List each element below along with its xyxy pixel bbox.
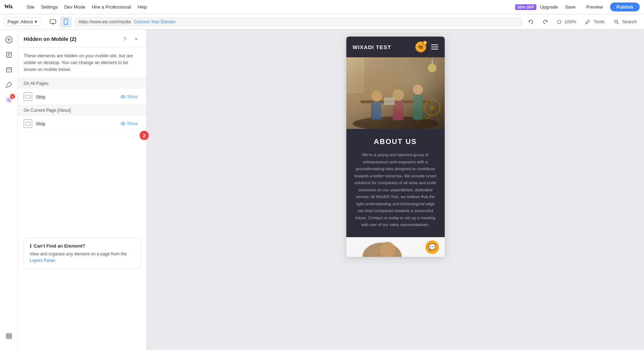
add-element-button[interactable] (2, 33, 16, 47)
top-navigation: Wix Site Settings Dev Mode Hire a Profes… (0, 0, 644, 14)
publish-button[interactable]: Publish (610, 3, 640, 11)
cart-icon: 🛍 0 (415, 42, 426, 52)
strip-left-2: Strip (24, 119, 45, 128)
nav-site[interactable]: Site (26, 4, 34, 10)
section-current-page: On Current Page [About] (18, 105, 146, 116)
upgrade-button[interactable]: Upgrade (540, 4, 558, 10)
address-bar: Page: About ▾ https://www.wix.com/mysite… (0, 14, 644, 29)
svg-text:Wix: Wix (4, 4, 13, 9)
phone-image-overlay (346, 57, 445, 129)
layers-panel-link[interactable]: Layers Panel. (30, 258, 56, 263)
url-text: https://www.wix.com/mysite (79, 19, 131, 24)
canvas-area: WIXADI TEST 🛍 0 (147, 29, 644, 350)
redo-button[interactable] (540, 18, 551, 26)
nav-right-actions: 50% OFF Upgrade Save Preview Publish (515, 3, 640, 11)
save-button[interactable]: Save (561, 3, 579, 11)
cant-find-element-box: ℹ Can't Find an Element? View and organi… (24, 238, 141, 269)
hamburger-line-1 (431, 44, 438, 45)
preview-button[interactable]: Preview (583, 3, 606, 11)
phone-header: WIXADI TEST 🛍 0 (346, 37, 445, 57)
address-right-actions: 100% Tools Search (526, 18, 640, 26)
svg-point-7 (615, 20, 618, 23)
chat-button[interactable]: 💬 (425, 240, 439, 254)
connect-domain-link[interactable]: Connect Your Domain (134, 19, 176, 24)
svg-line-8 (617, 23, 619, 24)
strip-name-2: Strip (36, 121, 45, 126)
strip-icon-2 (24, 119, 32, 128)
svg-rect-21 (6, 334, 11, 335)
cant-find-title: ℹ Can't Find an Element? (30, 243, 135, 249)
help-icon[interactable]: ? (121, 34, 129, 43)
hamburger-line-3 (431, 49, 438, 49)
undo-button[interactable] (526, 18, 536, 26)
nav-settings[interactable]: Settings (41, 4, 58, 10)
panel-header: Hidden on Mobile (2) ? × (18, 29, 146, 48)
hamburger-menu[interactable] (431, 44, 438, 49)
phone-header-right: 🛍 0 (415, 42, 438, 52)
about-section: ABOUT US We're a young and talented grou… (346, 129, 445, 237)
strip-icon (24, 92, 32, 101)
svg-rect-1 (50, 20, 56, 23)
hidden-elements-badge: 1 (10, 94, 15, 99)
phone-hero-image (346, 57, 445, 129)
zoom-control[interactable]: 100% (554, 18, 579, 26)
panel-header-icons: ? × (121, 34, 141, 43)
tools-label: Tools (594, 19, 604, 24)
about-title: ABOUT US (353, 138, 438, 146)
svg-point-5 (65, 23, 66, 24)
cant-find-desc: View and organize any element on a page … (30, 251, 135, 264)
section-all-pages: On All Pages (18, 78, 146, 89)
svg-point-49 (380, 242, 395, 257)
page-selector[interactable]: Page: About ▾ (4, 17, 40, 26)
hamburger-line-2 (431, 47, 438, 47)
close-icon[interactable]: × (132, 34, 141, 43)
strip-row-all-pages: Strip Show (18, 89, 146, 105)
panel-title: Hidden on Mobile (2) (24, 36, 77, 42)
phone-footer: 💬 (346, 237, 445, 257)
show-button-2[interactable]: Show (118, 120, 141, 128)
device-icons (48, 17, 71, 27)
search-button[interactable]: Search (611, 18, 640, 26)
about-text: We're a young and talented group of entr… (353, 152, 438, 229)
strip-name-1: Strip (36, 94, 45, 100)
strip-row-current-page: Strip Show (18, 116, 146, 132)
page-label: Page: About (8, 19, 33, 24)
wix-logo: Wix (4, 3, 19, 12)
mobile-icon[interactable] (60, 17, 71, 27)
hidden-elements-button[interactable]: 1 (2, 93, 16, 107)
icon-sidebar: 1 (0, 29, 18, 350)
main-area: 1 Hidden on Mobile (2) ? × These element… (0, 29, 644, 350)
tools-sidebar-button[interactable] (2, 78, 16, 92)
chevron-down-icon: ▾ (35, 19, 37, 24)
svg-rect-16 (6, 68, 11, 72)
svg-point-6 (557, 20, 561, 24)
nav-hire-professional[interactable]: Hire a Professional (92, 4, 131, 10)
desktop-icon[interactable] (48, 17, 58, 27)
cart-badge: 0 (423, 40, 427, 45)
pages-button[interactable] (2, 48, 16, 62)
discount-badge: 50% OFF (515, 4, 536, 10)
search-label: Search (622, 19, 637, 24)
phone-mockup: WIXADI TEST 🛍 0 (346, 37, 445, 257)
zoom-level: 100% (564, 19, 576, 24)
svg-rect-22 (6, 335, 11, 337)
layers-button[interactable] (2, 329, 16, 343)
panel-description: These elements are hidden on your mobile… (18, 48, 146, 78)
show-button-1[interactable]: Show (118, 93, 141, 101)
info-icon: ℹ (30, 243, 31, 249)
svg-point-27 (122, 123, 124, 124)
phone-site-title: WIXADI TEST (353, 44, 391, 50)
hidden-on-mobile-panel: Hidden on Mobile (2) ? × These elements … (18, 29, 147, 350)
nav-devmode[interactable]: Dev Mode (64, 4, 85, 10)
svg-point-25 (122, 96, 124, 97)
strip-icon-inner-2 (25, 122, 30, 125)
panel-content: On All Pages Strip Show On Current Page … (18, 78, 146, 350)
floating-badge-2: 2 (140, 131, 149, 140)
tools-button[interactable]: Tools (582, 18, 607, 26)
nav-help[interactable]: Help (137, 4, 147, 10)
strip-left: Strip (24, 92, 45, 101)
design-button[interactable] (2, 63, 16, 77)
svg-rect-23 (6, 337, 11, 339)
url-bar: https://www.wix.com/mysite Connect Your … (75, 18, 522, 26)
strip-icon-inner (25, 95, 30, 99)
